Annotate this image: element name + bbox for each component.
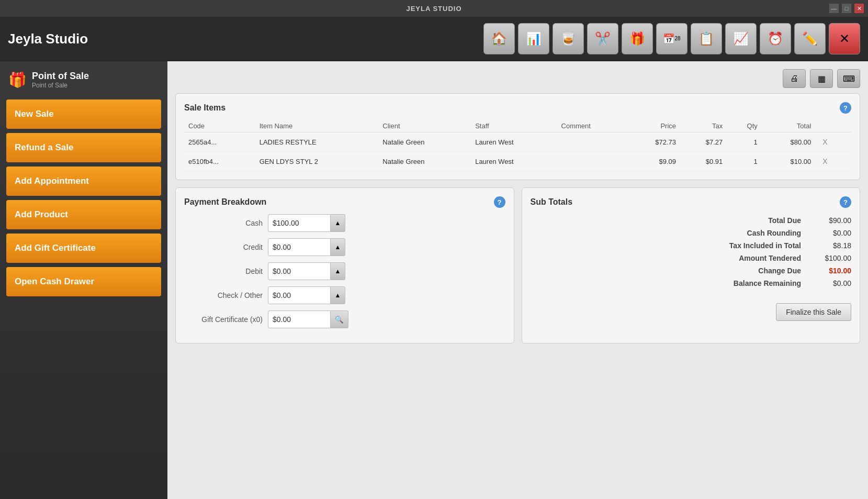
notes-toolbar-btn[interactable]: 📋 bbox=[691, 23, 722, 54]
col-item-name: Item Name bbox=[255, 120, 379, 132]
subtotals-value: $0.00 bbox=[809, 279, 851, 287]
cell-item-name: GEN LDYS STYL 2 bbox=[255, 152, 379, 171]
col-code: Code bbox=[184, 120, 255, 132]
cell-comment bbox=[557, 132, 627, 152]
subtotals-row: Cash Rounding $0.00 bbox=[531, 227, 852, 239]
cell-staff: Lauren West bbox=[471, 132, 557, 152]
pos-icon: 🎁 bbox=[8, 71, 27, 88]
scissors-toolbar-btn[interactable]: ✂️ bbox=[587, 23, 618, 54]
payment-label: Debit bbox=[184, 267, 268, 275]
payment-row: Check / Other ▲ bbox=[184, 286, 505, 304]
subtotals-value: $0.00 bbox=[809, 229, 851, 237]
toolbar: 🏠 📊 🥃 ✂️ 🎁 📅28 📋 📈 ⏰ ✏️ ✕ bbox=[483, 23, 860, 54]
app-title: JEYLA STUDIO bbox=[406, 5, 461, 13]
edit-toolbar-btn[interactable]: ✏️ bbox=[794, 23, 826, 54]
cell-total: $10.00 bbox=[762, 152, 815, 171]
gift-search-btn[interactable]: 🔍 bbox=[331, 311, 348, 328]
close-toolbar-btn[interactable]: ✕ bbox=[829, 23, 860, 54]
payment-input-group: ▲ bbox=[268, 286, 345, 304]
sidebar-subtitle: Point of Sale bbox=[32, 82, 89, 89]
sidebar-title: Point of Sale bbox=[32, 71, 89, 82]
cell-remove[interactable]: X bbox=[815, 152, 851, 171]
payment-input-group: ▲ bbox=[268, 262, 345, 280]
sale-items-title: Sale Items ? bbox=[184, 102, 851, 114]
payment-help-icon[interactable]: ? bbox=[494, 196, 505, 208]
cell-staff: Lauren West bbox=[471, 152, 557, 171]
cell-comment bbox=[557, 152, 627, 171]
remove-item-btn[interactable]: X bbox=[819, 137, 830, 147]
payment-input-3[interactable] bbox=[268, 286, 331, 304]
home-toolbar-btn[interactable]: 🏠 bbox=[483, 23, 515, 54]
col-tax: Tax bbox=[680, 120, 727, 132]
cell-tax: $7.27 bbox=[680, 132, 727, 152]
subtotals-label: Amount Tendered bbox=[705, 254, 809, 262]
col-total: Total bbox=[762, 120, 815, 132]
cell-code: e510fb4... bbox=[184, 152, 255, 171]
payment-input-1[interactable] bbox=[268, 238, 331, 256]
subtotals-label: Balance Remaining bbox=[705, 279, 809, 287]
payment-label: Credit bbox=[184, 243, 268, 251]
content-area: 🖨 ▦ ⌨ Sale Items ? Code Item Name Client… bbox=[167, 61, 868, 499]
window-controls: — □ ✕ bbox=[829, 4, 864, 13]
col-price: Price bbox=[627, 120, 680, 132]
products-toolbar-btn[interactable]: 🥃 bbox=[553, 23, 584, 54]
payment-label: Check / Other bbox=[184, 291, 268, 300]
cell-qty: 1 bbox=[727, 132, 762, 152]
payment-input-2[interactable] bbox=[268, 262, 331, 280]
sidebar-header: 🎁 Point of Sale Point of Sale bbox=[6, 66, 161, 95]
payment-arrow-btn-1[interactable]: ▲ bbox=[331, 238, 345, 256]
cell-qty: 1 bbox=[727, 152, 762, 171]
remove-item-btn[interactable]: X bbox=[819, 156, 830, 167]
reports-toolbar-btn[interactable]: 📊 bbox=[518, 23, 549, 54]
maximize-btn[interactable]: □ bbox=[842, 4, 851, 13]
payment-input-4[interactable] bbox=[268, 311, 331, 328]
cell-item-name: LADIES RESTYLE bbox=[255, 132, 379, 152]
add-product-btn[interactable]: Add Product bbox=[6, 200, 161, 229]
bottom-row: Payment Breakdown ? Cash ▲ Credit ▲ Debi… bbox=[175, 187, 860, 351]
payment-row: Cash ▲ bbox=[184, 214, 505, 232]
finalize-sale-btn[interactable]: Finalize this Sale bbox=[776, 303, 851, 321]
minimize-btn[interactable]: — bbox=[829, 4, 839, 13]
close-window-btn[interactable]: ✕ bbox=[854, 4, 864, 13]
col-client: Client bbox=[378, 120, 471, 132]
payment-input-group: 🔍 bbox=[268, 311, 348, 328]
barcode-btn[interactable]: ▦ bbox=[810, 69, 833, 88]
cell-price: $72.73 bbox=[627, 132, 680, 152]
calendar-toolbar-btn[interactable]: 📅28 bbox=[656, 23, 687, 54]
gift-toolbar-btn[interactable]: 🎁 bbox=[622, 23, 653, 54]
payment-row: Gift Certificate (x0) 🔍 bbox=[184, 311, 505, 328]
subtotals-row: Total Due $90.00 bbox=[531, 214, 852, 227]
cell-remove[interactable]: X bbox=[815, 132, 851, 152]
subtotals-row: Tax Included in Total $8.18 bbox=[531, 239, 852, 252]
payment-arrow-btn-2[interactable]: ▲ bbox=[331, 262, 345, 280]
stats-toolbar-btn[interactable]: 📈 bbox=[725, 23, 757, 54]
subtotals-label: Cash Rounding bbox=[705, 229, 809, 237]
add-gift-certificate-btn[interactable]: Add Gift Certificate bbox=[6, 234, 161, 263]
print-icon-btn[interactable]: 🖨 bbox=[783, 69, 806, 88]
table-row: e510fb4... GEN LDYS STYL 2 Natalie Green… bbox=[184, 152, 851, 171]
col-staff: Staff bbox=[471, 120, 557, 132]
main-layout: 🎁 Point of Sale Point of Sale New Sale R… bbox=[0, 61, 868, 499]
subtotals-label: Tax Included in Total bbox=[705, 241, 809, 250]
payment-input-group: ▲ bbox=[268, 214, 345, 232]
keyboard-btn[interactable]: ⌨ bbox=[837, 69, 860, 88]
payment-arrow-btn-3[interactable]: ▲ bbox=[331, 286, 345, 304]
cell-total: $80.00 bbox=[762, 132, 815, 152]
col-qty: Qty bbox=[727, 120, 762, 132]
refund-sale-btn[interactable]: Refund a Sale bbox=[6, 133, 161, 162]
new-sale-btn[interactable]: New Sale bbox=[6, 99, 161, 129]
sale-items-panel: Sale Items ? Code Item Name Client Staff… bbox=[175, 93, 860, 180]
title-bar: JEYLA STUDIO — □ ✕ bbox=[0, 0, 868, 17]
col-remove bbox=[815, 120, 851, 132]
add-appointment-btn[interactable]: Add Appointment bbox=[6, 167, 161, 196]
cell-price: $9.09 bbox=[627, 152, 680, 171]
payment-input-0[interactable] bbox=[268, 214, 331, 232]
subtotals-value: $90.00 bbox=[809, 216, 851, 225]
subtotals-help-icon[interactable]: ? bbox=[840, 196, 851, 208]
clock-toolbar-btn[interactable]: ⏰ bbox=[760, 23, 791, 54]
payment-arrow-btn-0[interactable]: ▲ bbox=[331, 214, 345, 232]
open-cash-drawer-btn[interactable]: Open Cash Drawer bbox=[6, 267, 161, 296]
cell-client: Natalie Green bbox=[378, 132, 471, 152]
sale-items-help-icon[interactable]: ? bbox=[840, 102, 851, 114]
subtotals-value: $8.18 bbox=[809, 241, 851, 250]
